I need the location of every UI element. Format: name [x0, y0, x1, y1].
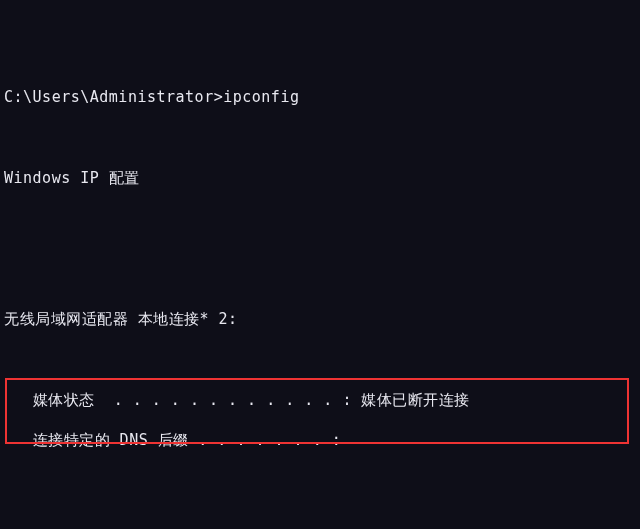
prompt-line[interactable]: C:\Users\Administrator>ipconfig	[4, 87, 638, 107]
adapter-title: 无线局域网适配器 本地连接* 2:	[4, 309, 638, 329]
output-line: 媒体状态 . . . . . . . . . . . . : 媒体已断开连接	[4, 390, 638, 410]
field-label: 媒体状态 . . . . . . . . . . . . :	[4, 391, 352, 409]
output-header: Windows IP 配置	[4, 168, 638, 188]
field-value: 媒体已断开连接	[352, 391, 470, 409]
command-text: ipconfig	[223, 88, 299, 106]
prompt-path: C:\Users\Administrator>	[4, 88, 223, 106]
field-label: 连接特定的 DNS 后缀 . . . . . . . :	[4, 431, 341, 449]
output-line: 连接特定的 DNS 后缀 . . . . . . . :	[4, 430, 638, 450]
